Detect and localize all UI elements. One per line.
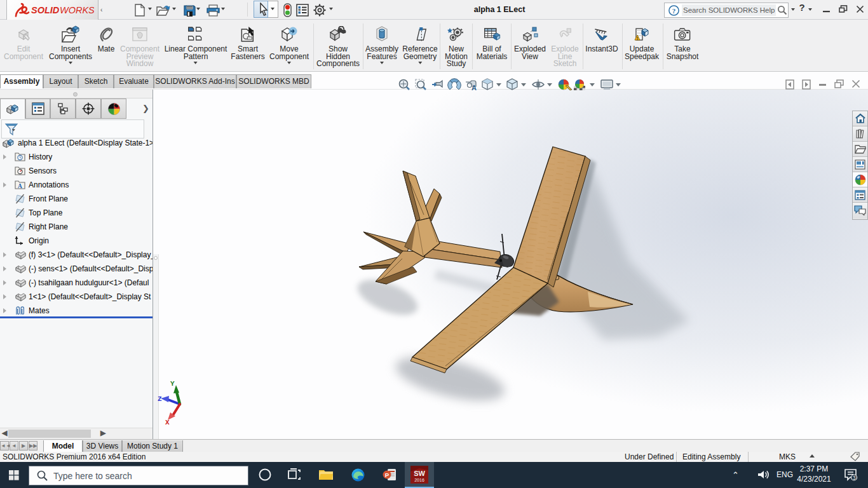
svg-text:WORKS: WORKS: [60, 5, 94, 15]
svg-text:SOLID: SOLID: [31, 5, 60, 15]
svg-text:SW: SW: [414, 470, 425, 477]
svg-text:P: P: [385, 471, 390, 478]
svg-text:Z: Z: [158, 395, 162, 403]
svg-text:X: X: [165, 419, 170, 426]
svg-text:?: ?: [672, 6, 676, 14]
svg-text:3: 3: [853, 475, 856, 481]
svg-text:Y: Y: [170, 380, 175, 388]
svg-text:2016: 2016: [414, 478, 424, 482]
svg-text:!: !: [637, 36, 638, 41]
